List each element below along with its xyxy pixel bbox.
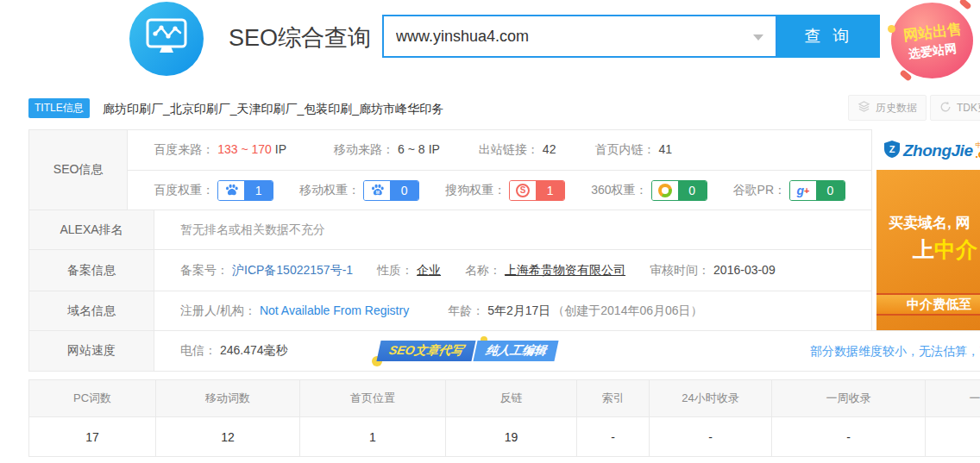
history-data-button[interactable]: 历史数据 xyxy=(848,95,927,121)
360-ring-icon xyxy=(652,181,678,200)
stats-col-week: 一周收录 - xyxy=(772,380,926,456)
search-bar: 查 询 xyxy=(382,15,880,58)
icp-record-row: 备案信息 备案号：沪ICP备15022157号-1 性质：企业 名称：上海希贵物… xyxy=(28,249,872,291)
shield-icon: Z xyxy=(883,140,901,162)
svg-text:Z: Z xyxy=(889,144,895,154)
site-title-text: 廊坊印刷厂_北京印刷厂_天津印刷厂_包装印刷_廊坊市峰华印务 xyxy=(103,102,443,117)
stats-col-index: 索引 - xyxy=(577,380,650,456)
app-logo xyxy=(129,2,204,76)
stats-col-mobile-words: 移动词数 12 xyxy=(156,380,300,456)
row-label: 备案信息 xyxy=(29,250,154,291)
domain-created-note: （创建于2014年06月06日） xyxy=(552,303,702,317)
ad-body: 买卖域名, 网 上中介 中介费低至 xyxy=(876,170,980,330)
stats-col-home-position: 首页位置 1 xyxy=(300,380,446,456)
alexa-row: ALEXA排名 暂无排名或相关数据不充分 xyxy=(28,210,872,249)
baidu-traffic-value: 133 ~ 170 xyxy=(217,142,272,156)
promo-dot-icon xyxy=(888,25,895,33)
monitor-chart-icon xyxy=(144,16,189,62)
baidu-weight-badge[interactable]: 1 xyxy=(217,180,273,201)
seo-info-row: SEO信息 百度来路：133 ~ 170IP 移动来路：6 ~ 8IP 出站链接… xyxy=(28,129,872,210)
stats-col-month: 一月收录 - xyxy=(926,380,980,456)
title-info-badge: TITLE信息 xyxy=(28,98,90,118)
seo-writing-ad-badge[interactable]: SEO文章代写 纯人工编辑 xyxy=(379,341,557,361)
icp-number-link[interactable]: 沪ICP备15022157号-1 xyxy=(232,263,353,277)
app-title: SEO综合查询 xyxy=(229,22,371,53)
mobile-weight-badge[interactable]: M 0 xyxy=(363,180,419,201)
data-notice-link[interactable]: 部分数据维度较小，无法估算，了解 xyxy=(810,344,980,360)
alexa-value: 暂无排名或相关数据不充分 xyxy=(154,210,871,249)
tdk-refresh-button[interactable]: TDK更 xyxy=(930,95,980,121)
homelinks-value: 41 xyxy=(658,142,672,156)
keyword-stats-table: PC词数 17 移动词数 12 首页位置 1 反链 19 索引 - 24小时收录… xyxy=(28,379,980,457)
weights-line: 百度权重： 1 移动权重： xyxy=(128,170,871,210)
zhongjie-ad-banner[interactable]: Z ZhongJie 中介网 .com 买卖域名, 网 上中介 中介费低至 xyxy=(876,131,980,330)
baidu-paw-icon xyxy=(218,181,244,200)
company-type-link[interactable]: 企业 xyxy=(417,263,441,277)
google-plus-icon: g+ xyxy=(790,181,816,200)
mobile-traffic-value: 6 ~ 8 xyxy=(398,142,425,156)
domain-info-row: 域名信息 注册人/机构：Not Available From Registry … xyxy=(28,291,872,330)
site-sale-promo-badge[interactable]: 网站出售 选爱站网 xyxy=(891,3,973,78)
company-name-link[interactable]: 上海希贵物资有限公司 xyxy=(505,263,625,277)
stats-col-backlinks: 反链 19 xyxy=(446,380,577,456)
seo-query-page: SEO综合查询 查 询 网站出售 选爱站网 TITLE信息 廊坊印刷厂_北京印刷… xyxy=(0,0,980,463)
outlinks-value: 42 xyxy=(543,142,556,156)
row-label: SEO信息 xyxy=(29,130,128,210)
row-label: ALEXA排名 xyxy=(29,210,154,249)
refresh-icon xyxy=(939,101,952,116)
site-speed-row: 网站速度 电信：246.474毫秒 SEO文章代写 纯人工编辑 部分数据维度较小… xyxy=(28,330,980,372)
ad-line1: 买卖域名, 网 xyxy=(889,213,970,233)
query-button[interactable]: 查 询 xyxy=(777,15,880,58)
site-info-table: SEO信息 百度来路：133 ~ 170IP 移动来路：6 ~ 8IP 出站链接… xyxy=(28,129,980,372)
zhongjie-logo: Z ZhongJie 中介网 .com xyxy=(876,131,980,170)
sogou-weight-badge[interactable]: S 1 xyxy=(509,180,565,201)
baidu-mobile-paw-icon: M xyxy=(364,181,390,200)
row-label: 域名信息 xyxy=(29,291,154,330)
360-weight-badge[interactable]: 0 xyxy=(651,180,707,201)
ad-line2: 上中介 xyxy=(913,235,977,264)
row-label: 网站速度 xyxy=(29,331,154,371)
layers-icon xyxy=(858,100,870,116)
registrant-link[interactable]: Not Available From Registry xyxy=(260,303,409,317)
dropdown-caret-icon[interactable] xyxy=(753,34,763,41)
stats-col-pc-words: PC词数 17 xyxy=(29,380,156,456)
traffic-line: 百度来路：133 ~ 170IP 移动来路：6 ~ 8IP 出站链接：42 首页… xyxy=(128,130,871,170)
audit-date: 2016-03-09 xyxy=(713,263,776,277)
sogou-s-icon: S xyxy=(510,181,536,200)
domain-age: 5年2月17日 xyxy=(487,303,550,317)
svg-text:M: M xyxy=(375,191,379,195)
promo-dash-icon xyxy=(958,0,971,10)
stats-col-24h: 24小时收录 - xyxy=(650,380,772,456)
google-pr-badge[interactable]: g+ 0 xyxy=(789,180,845,201)
telecom-speed: 246.474毫秒 xyxy=(220,343,288,357)
ad-fee-bar: 中介费低至 xyxy=(876,293,980,316)
promo-dash-icon xyxy=(899,69,912,81)
search-input[interactable] xyxy=(384,16,776,56)
